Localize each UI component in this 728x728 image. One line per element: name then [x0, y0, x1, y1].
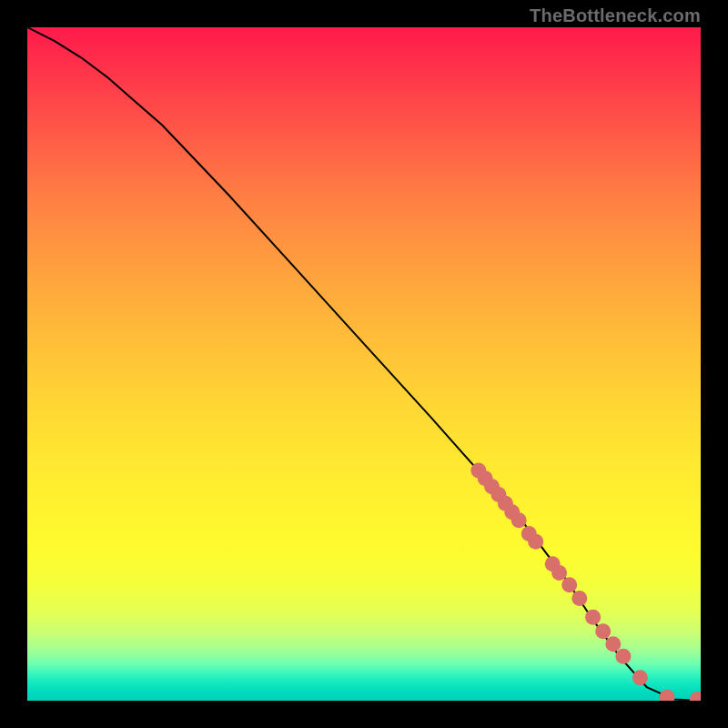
plot-area: [27, 27, 701, 701]
marker-point: [528, 534, 543, 550]
marker-point: [605, 636, 621, 652]
chart-svg: [27, 27, 701, 701]
marker-point: [632, 670, 648, 685]
chart-container: TheBottleneck.com: [0, 0, 728, 728]
marker-point: [585, 610, 601, 625]
curve-markers: [470, 462, 701, 701]
marker-point: [561, 577, 577, 592]
marker-point: [595, 623, 611, 639]
curve-line: [27, 27, 701, 701]
watermark-text: TheBottleneck.com: [530, 5, 701, 26]
marker-point: [511, 512, 527, 528]
marker-point: [615, 649, 631, 664]
marker-point: [551, 565, 567, 581]
marker-point: [660, 690, 675, 701]
marker-point: [571, 591, 587, 606]
marker-point: [690, 692, 701, 701]
